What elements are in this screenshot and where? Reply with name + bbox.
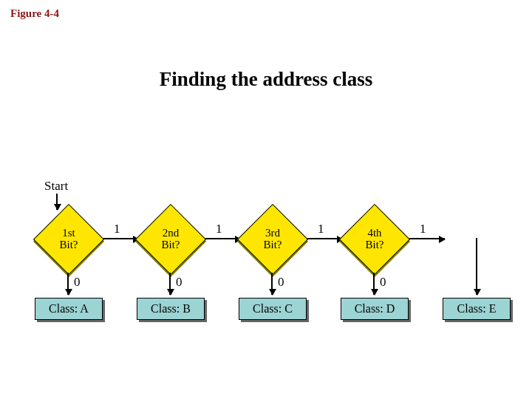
class-box-d: Class: D bbox=[341, 298, 409, 320]
decision-bit-2: 2ndBit? bbox=[135, 204, 206, 275]
class-box-a: Class: A bbox=[35, 298, 103, 320]
decision-bit-1: 1stBit? bbox=[33, 204, 104, 275]
class-box-e-label: Class: E bbox=[457, 302, 497, 316]
edge-d3-right-label: 1 bbox=[318, 222, 324, 236]
class-box-d-label: Class: D bbox=[355, 302, 395, 316]
class-box-c-label: Class: C bbox=[253, 302, 293, 316]
arrow-start-down bbox=[56, 194, 58, 210]
page-title: Finding the address class bbox=[0, 68, 532, 91]
decision-bit-4-label: 4thBit? bbox=[349, 228, 400, 251]
edge-d2-right-label: 1 bbox=[216, 222, 222, 236]
arrow-d1-down bbox=[67, 273, 69, 295]
class-box-b: Class: B bbox=[137, 298, 205, 320]
arrow-d4-down bbox=[373, 273, 375, 295]
edge-d4-right-label: 1 bbox=[420, 222, 426, 236]
arrow-d4-right bbox=[409, 238, 445, 239]
decision-bit-1-label: 1stBit? bbox=[43, 228, 95, 251]
start-label: Start bbox=[44, 179, 68, 194]
arrow-d2-down bbox=[169, 273, 171, 295]
class-box-e: Class: E bbox=[443, 298, 511, 320]
decision-bit-3-label: 3rdBit? bbox=[247, 228, 299, 251]
class-box-b-label: Class: B bbox=[151, 302, 191, 316]
decision-bit-3: 3rdBit? bbox=[237, 204, 308, 275]
class-box-c: Class: C bbox=[239, 298, 307, 320]
edge-d3-down-label: 0 bbox=[278, 275, 284, 290]
edge-d1-down-label: 0 bbox=[74, 275, 81, 290]
edge-d4-down-label: 0 bbox=[380, 275, 386, 290]
edge-d1-right-label: 1 bbox=[114, 222, 120, 236]
decision-bit-2-label: 2ndBit? bbox=[145, 228, 197, 251]
class-box-a-label: Class: A bbox=[49, 302, 89, 316]
figure-label: Figure 4-4 bbox=[10, 7, 59, 20]
arrow-d3-right bbox=[307, 238, 343, 239]
edge-d2-down-label: 0 bbox=[176, 275, 183, 290]
arrow-d2-right bbox=[205, 238, 241, 239]
decision-bit-4: 4thBit? bbox=[339, 204, 410, 275]
arrow-d1-right bbox=[103, 238, 139, 239]
arrow-d3-down bbox=[271, 273, 273, 295]
arrow-final-down bbox=[476, 238, 477, 295]
